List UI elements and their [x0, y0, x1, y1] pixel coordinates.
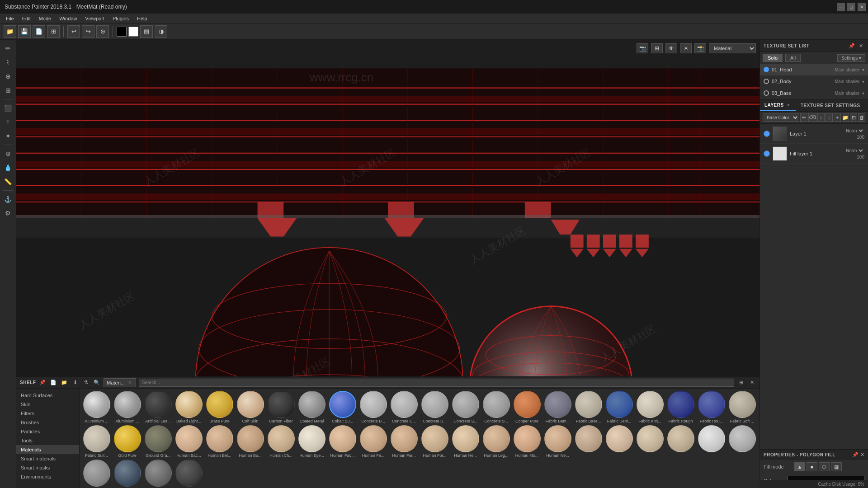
layer-item-1[interactable]: Layer 1 Norm 100 — [760, 124, 868, 144]
tool-zoom[interactable]: ⊕ — [2, 147, 14, 160]
mat-item-fabric-soft[interactable]: Fabric Soft ... — [727, 391, 757, 424]
tool-anchor[interactable]: ⚓ — [2, 193, 14, 206]
channel-dropdown[interactable]: Base Color Metallic Roughness Normal — [763, 113, 799, 122]
tool-polygon[interactable]: ✦ — [2, 130, 14, 142]
mat-item-cobalt-blue[interactable]: Cobalt Bu... — [328, 391, 357, 424]
mat-item-row3-7[interactable] — [82, 460, 111, 488]
mat-item-human-for[interactable]: Human For... — [389, 425, 419, 458]
mat-item-human-ch[interactable]: Human Ch... — [266, 425, 296, 458]
mat-item-row3-6[interactable] — [727, 425, 757, 458]
layer-blend-1[interactable]: Norm — [844, 128, 864, 134]
shelf-search-input[interactable] — [139, 379, 734, 387]
mat-item-human-fe[interactable]: Human Fe... — [359, 425, 388, 458]
menu-plugins[interactable]: Plugins — [109, 15, 132, 22]
tool-paint[interactable]: ✏ — [2, 42, 14, 55]
foreground-color-swatch[interactable] — [117, 27, 127, 37]
mat-item-calf-skin[interactable]: Calf Skin — [236, 391, 265, 424]
toolbar-redo-button[interactable]: ↪ — [82, 25, 94, 38]
mat-item-fabric-rou2[interactable]: Fabric Rou... — [697, 391, 726, 424]
mat-item-row3-cobalt[interactable] — [113, 460, 142, 488]
minimize-button[interactable]: ─ — [837, 3, 845, 11]
shelf-cat-materials[interactable]: Materials — [16, 445, 79, 454]
mat-item-row3-4[interactable] — [666, 425, 695, 458]
tsl-pin-button[interactable]: 📌 — [848, 42, 855, 49]
fm-triangle-button[interactable]: ▲ — [794, 462, 805, 471]
toolbar-new-button[interactable]: 📄 — [33, 25, 45, 38]
properties-pin-button[interactable]: 📌 — [852, 452, 859, 458]
tool-clone[interactable]: ⊕ — [2, 70, 14, 83]
toolbar-gradient-button[interactable]: ▤ — [140, 25, 153, 38]
menu-help[interactable]: Help — [133, 15, 151, 22]
mat-item-concrete-c[interactable]: Concrete C... — [389, 391, 419, 424]
mat-item-ground-gra[interactable]: Ground Gra... — [143, 425, 173, 458]
mat-item-concrete-s2[interactable]: Concrete S... — [481, 391, 511, 424]
mat-item-aluminium[interactable]: Aluminium ... — [82, 391, 111, 424]
tsl-item-head[interactable]: 01_Head Main shader ▾ — [760, 64, 868, 75]
shelf-import-button[interactable]: ⬇ — [71, 379, 79, 387]
tsl-radio-head[interactable] — [764, 67, 769, 72]
properties-close-button[interactable]: ✕ — [860, 452, 864, 458]
shelf-cat-skin[interactable]: Skin — [16, 400, 79, 409]
tool-eyedrop[interactable]: 💧 — [2, 161, 14, 174]
lt-add-button[interactable]: + — [834, 113, 841, 122]
menu-edit[interactable]: Edit — [19, 15, 34, 22]
tsl-close-button[interactable]: ✕ — [857, 42, 864, 49]
tsl-radio-base[interactable] — [764, 90, 769, 96]
tool-smudge[interactable]: ⌇ — [2, 56, 14, 69]
vp-camera-button[interactable]: 📷 — [637, 43, 648, 53]
tsl-tab-all[interactable]: All — [785, 54, 801, 62]
shelf-tab[interactable]: Materi... × — [104, 378, 136, 387]
shelf-tab-close[interactable]: × — [127, 380, 133, 386]
shelf-cat-filters[interactable]: Filters — [16, 409, 79, 418]
mat-item-row3-5[interactable] — [697, 425, 726, 458]
mat-item-human-fac[interactable]: Human Fac... — [328, 425, 357, 458]
layer-visibility-1[interactable] — [764, 131, 770, 137]
mat-item-fabric-bam[interactable]: Fabric Bam... — [543, 391, 572, 424]
mat-item-baked-light[interactable]: Baked Light... — [174, 391, 203, 424]
tool-settings[interactable]: ⚙ — [2, 207, 14, 220]
tsl-dropdown-base[interactable]: ▾ — [862, 91, 864, 96]
shelf-cat-particles[interactable]: Particles — [16, 427, 79, 436]
layer-blend-fill-1[interactable]: Norm — [844, 148, 864, 154]
toolbar-undo-button[interactable]: ↩ — [67, 25, 80, 38]
mat-item-human-bac[interactable]: Human Bac... — [174, 425, 203, 458]
toolbar-open-button[interactable]: 📁 — [4, 25, 16, 38]
close-button[interactable]: ✕ — [858, 3, 866, 11]
layers-tab-close[interactable]: × — [785, 102, 792, 108]
mat-item-human-bel[interactable]: Human Bel... — [205, 425, 234, 458]
mat-item-row3-2[interactable] — [604, 425, 634, 458]
vp-screenshot-button[interactable]: 📸 — [694, 43, 706, 53]
lt-paint-button[interactable]: ✏ — [800, 113, 807, 122]
layer-visibility-fill-1[interactable] — [764, 150, 770, 157]
shelf-cat-hard-surfaces[interactable]: Hard Surfaces — [16, 391, 79, 400]
mat-item-brass-pure[interactable]: Brass Pure — [205, 391, 234, 424]
toolbar-env-button[interactable]: ◑ — [155, 25, 167, 38]
mat-item-fabric-deni[interactable]: Fabric Deni... — [604, 391, 634, 424]
mat-item-fabric-suit[interactable]: Fabric Suit... — [82, 425, 111, 458]
mat-item-coated-metal[interactable]: Coated Metal — [297, 391, 326, 424]
tsl-settings-button[interactable]: Settings ▾ — [837, 54, 865, 62]
mat-item-artificial-lea[interactable]: Artificial Lea... — [143, 391, 173, 424]
shelf-cat-smart-materials[interactable]: Smart materials — [16, 454, 79, 463]
background-color-swatch[interactable] — [128, 27, 138, 37]
tab-tss[interactable]: TEXTURE SET SETTINGS — [796, 101, 865, 110]
tool-fill[interactable]: ⬛ — [2, 102, 14, 114]
vp-view-button[interactable]: 👁 — [665, 43, 677, 53]
mat-item-human-mo[interactable]: Human Mo... — [512, 425, 542, 458]
shelf-cat-brushes[interactable]: Brushes — [16, 418, 79, 427]
shelf-filter-button[interactable]: ⚗ — [82, 379, 90, 387]
mat-item-aluminium2[interactable]: Aluminium ... — [113, 391, 142, 424]
mat-item-fabric-knit[interactable]: Fabric Knit... — [635, 391, 665, 424]
mat-item-human-for2[interactable]: Human For... — [420, 425, 449, 458]
menu-file[interactable]: File — [2, 15, 18, 22]
tool-text[interactable]: T — [2, 116, 14, 128]
lt-erase-button[interactable]: ⌫ — [808, 113, 816, 122]
tsl-dropdown-head[interactable]: ▾ — [862, 67, 864, 72]
tsl-radio-body[interactable] — [764, 79, 769, 84]
toolbar-layer-button[interactable]: ⊛ — [96, 25, 109, 38]
tsl-dropdown-body[interactable]: ▾ — [862, 79, 864, 84]
mat-item-carbon-fiber[interactable]: Carbon Fiber — [266, 391, 296, 424]
shelf-grid-view-button[interactable]: ⊞ — [737, 379, 745, 387]
mat-item-row3-mid[interactable] — [143, 460, 173, 488]
mat-item-human-leg[interactable]: Human Leg... — [481, 425, 511, 458]
